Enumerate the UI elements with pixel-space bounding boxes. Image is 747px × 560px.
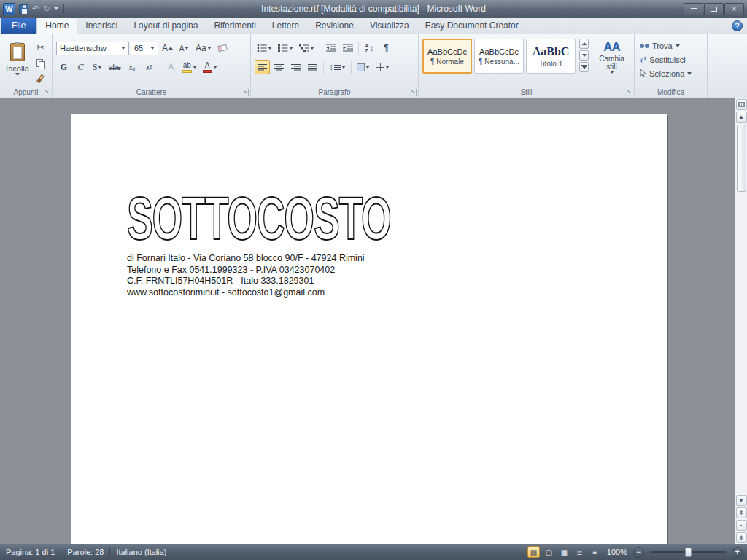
- strikethrough-button[interactable]: abe: [107, 60, 123, 74]
- restore-button[interactable]: [704, 3, 724, 15]
- chevron-down-icon: [341, 66, 346, 69]
- clear-formatting-button[interactable]: [215, 41, 231, 55]
- tab-file[interactable]: File: [1, 18, 36, 34]
- style-normale[interactable]: AaBbCcDc ¶ Normale: [422, 39, 472, 74]
- paste-label: Incolla: [6, 64, 29, 73]
- replace-button[interactable]: ⇄ Sostituisci: [638, 52, 703, 66]
- align-center-button[interactable]: [271, 60, 287, 74]
- justify-button[interactable]: [305, 60, 320, 74]
- increase-indent-button[interactable]: [340, 41, 355, 55]
- document-page[interactable]: SOTTOCOSTO di Fornari Italo - Via Corian…: [71, 114, 667, 544]
- tab-easy-document-creator[interactable]: Easy Document Creator: [417, 18, 527, 34]
- web-layout-view-button[interactable]: ▦: [558, 546, 570, 558]
- paragraph-dialog-launcher-icon[interactable]: ↘: [409, 89, 417, 96]
- scrollbar-thumb[interactable]: [737, 125, 746, 192]
- save-icon[interactable]: [19, 4, 28, 14]
- numbering-icon: [278, 44, 288, 52]
- italic-button[interactable]: C: [73, 60, 88, 74]
- select-browse-object-button[interactable]: •: [736, 520, 747, 531]
- font-group-label: Carattere: [53, 88, 250, 96]
- previous-page-button[interactable]: ⇞: [736, 508, 747, 518]
- style-titolo-1[interactable]: AaBbC Titolo 1: [526, 39, 576, 74]
- underline-button[interactable]: S: [90, 60, 105, 74]
- shrink-font-button[interactable]: A: [177, 41, 192, 55]
- font-dialog-launcher-icon[interactable]: ↘: [241, 89, 249, 96]
- sort-button[interactable]: AZ↓: [362, 41, 377, 55]
- draft-view-button[interactable]: ≡: [589, 546, 601, 558]
- outline-view-button[interactable]: ≣: [573, 546, 586, 558]
- cut-button[interactable]: ✂: [33, 40, 48, 55]
- divider: [63, 4, 64, 14]
- next-page-button[interactable]: ⇟: [736, 532, 747, 543]
- decrease-indent-button[interactable]: [323, 41, 338, 55]
- select-button[interactable]: Seleziona: [638, 66, 703, 80]
- qat-dropdown-icon[interactable]: [54, 7, 58, 10]
- copy-button[interactable]: [33, 56, 48, 71]
- zoom-slider-track[interactable]: [650, 551, 726, 553]
- subscript-button[interactable]: x₂: [125, 60, 140, 74]
- ruler-toggle-button[interactable]: [736, 99, 747, 110]
- style-gallery-more-button[interactable]: [579, 62, 589, 72]
- scroll-down-button[interactable]: ▼: [736, 495, 747, 506]
- borders-button[interactable]: [374, 60, 392, 74]
- tab-revisione[interactable]: Revisione: [307, 18, 362, 34]
- caret-up-icon: [169, 47, 173, 50]
- styles-dialog-launcher-icon[interactable]: ↘: [625, 89, 632, 96]
- line-spacing-button[interactable]: ↕: [327, 60, 348, 74]
- align-right-button[interactable]: [288, 60, 303, 74]
- text-effects-button[interactable]: A: [163, 60, 179, 74]
- tab-inserisci[interactable]: Inserisci: [77, 18, 125, 34]
- align-center-icon: [274, 63, 284, 71]
- vertical-scrollbar[interactable]: ▲ ▼ ⇞ • ⇟: [735, 98, 747, 544]
- align-left-button[interactable]: [255, 60, 270, 74]
- shading-button[interactable]: [355, 60, 372, 74]
- highlight-color-button[interactable]: ab: [180, 60, 199, 74]
- clipboard-dialog-launcher-icon[interactable]: ↘: [43, 89, 50, 96]
- tab-riferimenti[interactable]: Riferimenti: [206, 18, 263, 34]
- style-gallery-up-button[interactable]: [579, 39, 589, 49]
- minimize-button[interactable]: [684, 3, 703, 15]
- zoom-out-button[interactable]: −: [633, 547, 644, 558]
- paste-button[interactable]: Incolla: [4, 40, 31, 85]
- zoom-in-button[interactable]: +: [732, 547, 743, 558]
- divider: [351, 61, 352, 74]
- chevron-down-icon: [15, 73, 20, 76]
- bullets-button[interactable]: [255, 41, 274, 55]
- tab-lettere[interactable]: Lettere: [264, 18, 307, 34]
- show-formatting-marks-button[interactable]: ¶: [379, 41, 394, 55]
- multilevel-list-button[interactable]: [297, 41, 317, 55]
- fullscreen-reading-view-button[interactable]: ▢: [543, 546, 555, 558]
- tab-layout-di-pagina[interactable]: Layout di pagina: [125, 18, 206, 34]
- bold-button[interactable]: G: [56, 60, 71, 74]
- undo-icon[interactable]: ↶: [32, 4, 39, 13]
- format-painter-button[interactable]: [33, 71, 48, 86]
- grow-font-button[interactable]: A: [160, 41, 175, 55]
- tab-visualizza[interactable]: Visualizza: [362, 18, 417, 34]
- find-label: Trova: [652, 42, 673, 50]
- word-app-icon[interactable]: W: [3, 3, 15, 15]
- change-case-button[interactable]: Aa: [193, 41, 214, 55]
- tab-home[interactable]: Home: [36, 18, 77, 34]
- change-styles-button[interactable]: AA Cambia stili: [593, 39, 630, 86]
- numbering-button[interactable]: [276, 41, 295, 55]
- style-nessuna-spaziatura[interactable]: AaBbCcDc ¶ Nessuna...: [474, 39, 524, 74]
- scroll-up-button[interactable]: ▲: [736, 112, 747, 122]
- close-button[interactable]: ×: [724, 3, 744, 15]
- superscript-button[interactable]: x²: [142, 60, 157, 74]
- print-layout-view-button[interactable]: ▤: [527, 546, 540, 558]
- font-name-combo[interactable]: Haettenschw: [56, 42, 129, 55]
- highlight-color-swatch: [182, 70, 192, 73]
- paragraph-group: AZ↓ ¶ ↕ Paragrafo ↘: [251, 34, 419, 98]
- find-button[interactable]: Trova: [638, 39, 703, 52]
- quick-access-toolbar: W ↶ ↻: [3, 3, 66, 15]
- word-count[interactable]: Parole: 28: [61, 548, 109, 556]
- style-gallery-down-button[interactable]: [579, 50, 589, 61]
- font-size-combo[interactable]: 65: [131, 42, 158, 55]
- font-color-button[interactable]: A: [201, 60, 220, 74]
- redo-icon[interactable]: ↻: [43, 4, 50, 13]
- help-button[interactable]: ?: [732, 20, 743, 31]
- language-indicator[interactable]: Italiano (Italia): [110, 548, 172, 556]
- zoom-slider-thumb[interactable]: [685, 548, 692, 557]
- zoom-level[interactable]: 100%: [604, 548, 630, 556]
- page-indicator[interactable]: Pagina: 1 di 1: [0, 548, 61, 556]
